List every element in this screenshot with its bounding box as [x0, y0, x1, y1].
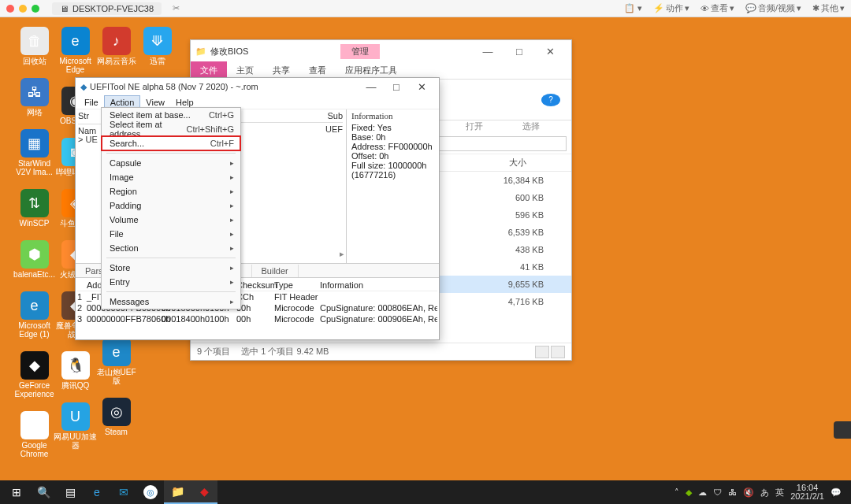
info-title: Information [351, 111, 434, 120]
help-icon[interactable]: ? [541, 94, 560, 106]
tab-builder[interactable]: Builder [252, 265, 299, 277]
desktop-icon[interactable]: ♪网易云音乐 [95, 27, 138, 65]
ribbon-group-open: 打开 [466, 120, 483, 132]
mac-close[interactable] [6, 5, 14, 13]
menu-item[interactable]: Store▸ [102, 261, 240, 275]
ribbon-tab[interactable]: 查看 [299, 61, 336, 79]
desktop-icon[interactable]: 🗑回收站 [13, 27, 56, 65]
tray-notif-icon[interactable]: 💬 [831, 487, 842, 498]
view-tiles-icon[interactable] [551, 346, 565, 358]
mac-toolbar: 📋 ▾ ⚡ 动作 ▾ 👁 查看 ▾ 💬 音频/视频 ▾ ✱ 其他 ▾ [624, 2, 845, 14]
desktop-icon[interactable]: ◎Steam [95, 398, 138, 436]
monitor-icon: 🖥 [60, 4, 69, 13]
desktop-icon[interactable]: ▦StarWind V2V Ima... [13, 129, 56, 176]
system-tray[interactable]: ˄ ◆ ☁ 🛡 🖧 🔇 あ 英 16:04 2021/2/1 💬 [674, 484, 848, 501]
tool-other[interactable]: ✱ 其他 ▾ [812, 2, 845, 14]
max-button[interactable]: □ [504, 46, 535, 57]
desktop-icon[interactable]: eMicrosoft Edge (1) [13, 291, 56, 339]
menu-item[interactable]: Image▸ [102, 170, 240, 184]
search-button[interactable]: 🔍 [30, 480, 57, 504]
desktop-icon[interactable]: ⬢balenaEtc... [13, 240, 56, 279]
info-pane: Information Fixed: YesBase: 0hAddress: F… [346, 109, 439, 263]
tool-close[interactable]: ✕ [409, 81, 434, 93]
tool-action[interactable]: ⚡ 动作 ▾ [653, 2, 689, 14]
taskview-button[interactable]: ▤ [57, 480, 84, 504]
tb-uefitool[interactable]: ◆ [191, 480, 217, 504]
menu-item[interactable]: Select item at address...Ctrl+Shift+G [102, 122, 240, 136]
status-bar: 9 个项目 选中 1 个项目 9.42 MB [191, 343, 571, 360]
menu-item[interactable]: Capsule▸ [102, 156, 240, 170]
menu-item[interactable]: Messages▸ [102, 295, 240, 309]
tray-expand-icon[interactable]: ˄ [674, 487, 679, 498]
tb-mail[interactable]: ✉ [110, 480, 137, 504]
side-widget[interactable] [834, 421, 851, 439]
tray-network-icon[interactable]: 🖧 [728, 487, 737, 497]
tool-av[interactable]: 💬 音频/视频 ▾ [745, 2, 801, 14]
uefitool-titlebar[interactable]: ◆ UEFITool NE alpha 58 (Nov 7 2020) - ~.… [76, 78, 439, 95]
menu-item[interactable]: Section▸ [102, 241, 240, 255]
menu-item[interactable]: File▸ [102, 227, 240, 241]
tb-explorer[interactable]: 📁 [164, 480, 191, 504]
uefitool-title: UEFITool NE alpha 58 (Nov 7 2020) - ~.ro… [90, 82, 258, 91]
explorer-title: 修改BIOS [210, 46, 248, 57]
desktop-icon[interactable]: 🐧腾讯QQ [54, 351, 97, 390]
desktop-icon[interactable]: 🖧网络 [13, 78, 56, 117]
ribbon-tab[interactable]: 共享 [263, 61, 299, 79]
manage-tab[interactable]: 管理 [340, 44, 380, 59]
taskbar: ⊞ 🔍 ▤ e ✉ ◎ 📁 ◆ ˄ ◆ ☁ 🛡 🖧 🔇 あ 英 16:04 20… [0, 480, 851, 504]
desktop-icon[interactable]: ⇅WinSCP [13, 189, 56, 228]
menu-item[interactable]: Volume▸ [102, 213, 240, 227]
desktop-icon[interactable]: eMicrosoft Edge [54, 27, 97, 74]
table-row[interactable]: 300000000FFB78060h00018400h0100h00hMicro… [77, 313, 437, 324]
ribbon-group-select: 选择 [522, 120, 540, 132]
tool-min[interactable]: — [359, 81, 384, 93]
explorer-titlebar[interactable]: 📁修改BIOS 管理 — □ ✕ [191, 40, 571, 62]
action-menu: Select item at base...Ctrl+GSelect item … [101, 107, 241, 309]
app-icon: ◆ [80, 82, 87, 92]
tool-view[interactable]: 👁 查看 ▾ [700, 2, 734, 14]
tray-clock[interactable]: 16:04 2021/2/1 [790, 484, 824, 501]
tb-edge[interactable]: e [84, 480, 110, 504]
menu-item[interactable]: Search...Ctrl+F [102, 136, 240, 150]
tray-volume-icon[interactable]: 🔇 [743, 487, 754, 498]
tray-cloud-icon[interactable]: ☁ [698, 487, 707, 498]
tb-teamviewer[interactable]: ◎ [137, 480, 164, 504]
tray-ime-icon[interactable]: あ [760, 487, 769, 498]
tool-max[interactable]: □ [384, 81, 409, 93]
close-button[interactable]: ✕ [535, 46, 567, 57]
menu-file[interactable]: File [79, 96, 104, 109]
folder-icon: 📁 [195, 46, 206, 57]
ribbon-tab[interactable]: 应用程序工具 [336, 61, 407, 79]
remote-tab-label: DESKTOP-FVEJC38 [72, 4, 154, 13]
start-button[interactable]: ⊞ [3, 480, 30, 504]
mac-max[interactable] [32, 5, 39, 13]
desktop-icon[interactable]: U网易UU加速器 [54, 402, 97, 450]
ribbon-tab[interactable]: 主页 [227, 61, 263, 79]
tray-nvidia-icon[interactable]: ◆ [686, 487, 692, 498]
remote-tab[interactable]: 🖥 DESKTOP-FVEJC38 [52, 2, 162, 15]
view-details-icon[interactable] [535, 346, 549, 358]
min-button[interactable]: — [472, 46, 504, 57]
status-selection: 选中 1 个项目 9.42 MB [241, 346, 329, 358]
menu-item[interactable]: Entry▸ [102, 275, 240, 289]
mac-min[interactable] [19, 5, 27, 13]
menu-item[interactable]: Region▸ [102, 184, 240, 198]
tray-lang[interactable]: 英 [775, 487, 784, 498]
scissors-icon[interactable]: ✂ [173, 3, 180, 13]
menu-item[interactable]: Padding▸ [102, 198, 240, 213]
desktop-icon[interactable]: ◐Google Chrome [13, 411, 56, 458]
desktop-icon[interactable]: ◆GeForce Experience [13, 351, 56, 398]
tray-shield-icon[interactable]: 🛡 [713, 487, 722, 497]
desktop-icon[interactable]: e老山炮UEF版 [95, 338, 138, 385]
ribbon-tab[interactable]: 文件 [191, 61, 227, 79]
tool-screenshot[interactable]: 📋 ▾ [624, 2, 642, 14]
status-items: 9 个项目 [197, 346, 230, 358]
desktop-icon[interactable]: ⟱迅雷 [136, 27, 179, 65]
col-size[interactable]: 大小 [474, 157, 561, 169]
mac-titlebar: 🖥 DESKTOP-FVEJC38 ✂ 📋 ▾ ⚡ 动作 ▾ 👁 查看 ▾ 💬 … [0, 0, 851, 17]
